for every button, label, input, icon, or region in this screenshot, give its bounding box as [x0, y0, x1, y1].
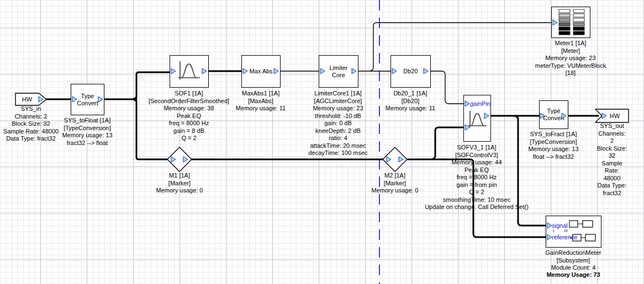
output-pin[interactable]	[183, 156, 188, 163]
signal-pin-label: signal	[552, 222, 568, 229]
sys-to-fract-caption: SYS_toFract [1A] [TypeConversion] Memory…	[528, 131, 578, 160]
input-pin[interactable]	[386, 156, 392, 163]
meter-caption: Meter1 [1A] [Meter] Memory usage: 23 met…	[534, 40, 608, 77]
m1-caption: M1 [1A] [Marker] Memory usage: 0	[156, 172, 203, 195]
output-pin[interactable]	[98, 96, 103, 103]
db20-caption: Db20_1 [1A] [Db20] Memory usage: 11	[386, 90, 435, 112]
input-pin[interactable]	[72, 96, 77, 103]
gain-pin-label: gainPin	[470, 100, 490, 107]
gain-reduction-meter-block[interactable]: I H	[546, 216, 601, 248]
gain-pin[interactable]	[464, 100, 470, 107]
wire-junction	[132, 96, 137, 103]
output-pin[interactable]	[273, 68, 279, 74]
output-pin[interactable]	[202, 68, 207, 74]
output-pin[interactable]	[561, 112, 567, 119]
input-pin[interactable]	[392, 68, 397, 74]
limiter-core-caption: LimiterCore1 [1A] [AGCLimiterCore] Memor…	[308, 90, 367, 157]
input-pin[interactable]	[464, 124, 470, 131]
signal-pin[interactable]	[547, 222, 552, 229]
output-pin[interactable]	[38, 96, 44, 103]
schematic-canvas[interactable]: HW SYS_in Channels: 2 Block Size: 32 Sam…	[0, 0, 644, 284]
input-pin[interactable]	[171, 68, 176, 74]
input-pin[interactable]	[320, 68, 325, 74]
gain-reduction-meter-caption: GainReductionMeter [Subsystem] Module Co…	[546, 249, 601, 272]
input-pin[interactable]	[242, 68, 248, 74]
hw-input-label: HW	[15, 93, 39, 106]
input-pin[interactable]	[540, 112, 545, 119]
output-pin[interactable]	[423, 68, 429, 74]
output-pin[interactable]	[351, 68, 357, 74]
sys-to-float-caption: SYS_toFloat [1A] [TypeConversion] Memory…	[62, 117, 112, 147]
gain-reduction-meter-memory: Memory Usage: 73	[546, 271, 600, 279]
sys-out-caption: SYS_out Channels: 2 Block Size: 32 Sampl…	[596, 122, 628, 197]
reference-pin-label: reference	[552, 234, 577, 240]
filter-curve-icon	[176, 60, 202, 83]
output-pin[interactable]	[398, 156, 404, 163]
subsystem-thumbnail-icon	[568, 219, 600, 246]
subsystem-module-marks: I H	[553, 228, 572, 233]
input-pin[interactable]	[601, 112, 607, 119]
sofv3-caption: SOFV3_1 [1A] [SOFControlV3] Memory usage…	[425, 144, 529, 211]
reference-pin[interactable]	[547, 234, 552, 240]
input-pin[interactable]	[552, 19, 558, 26]
sys-in-caption: SYS_in Channels: 2 Block Size: 32 Sample…	[3, 105, 59, 143]
input-pin[interactable]	[171, 156, 176, 163]
maxabs-caption: MaxAbs1 [1A] [MaxAbs] Memory usage: 11	[236, 90, 286, 112]
sof1-caption: SOF1 [1A] [SecondOrderFilterSmoothed] Me…	[149, 90, 229, 142]
m2-caption: M2 [1A] [Marker] Memory usage: 0	[372, 172, 419, 195]
output-pin[interactable]	[484, 112, 489, 119]
